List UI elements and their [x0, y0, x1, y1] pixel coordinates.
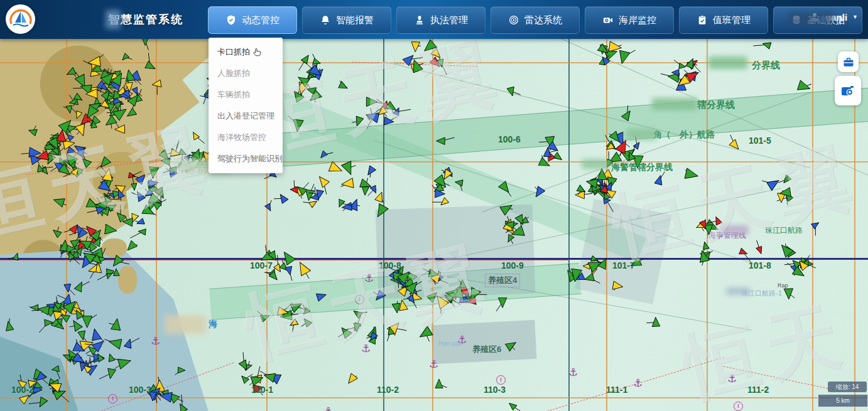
dropdown-item-5[interactable]: 海洋牧场管控	[209, 127, 283, 148]
toolbox-button[interactable]	[838, 51, 859, 72]
law-stamp-icon	[414, 14, 425, 26]
dropdown-item-3[interactable]: 车辆抓拍	[209, 84, 283, 105]
dropdown-item-4[interactable]: 出入港登记管理	[209, 105, 283, 127]
dropdown-item-label: 驾驶行为智能识别	[217, 153, 283, 164]
dropdown-item-6[interactable]: 驾驶行为智能识别	[209, 148, 283, 169]
hand-cursor-icon	[252, 48, 262, 57]
nav-item-zhifa-guanli[interactable]: 执法管理	[396, 6, 486, 34]
camera-icon	[840, 83, 855, 99]
surveillance-camera-icon	[602, 14, 614, 26]
dropdown-item-label: 卡口抓拍	[217, 46, 250, 58]
chevron-down-icon: ▼	[852, 14, 858, 20]
sailboat-logo-icon	[8, 7, 33, 32]
app-logo	[6, 4, 35, 34]
nav-item-dongtai-guankong[interactable]: 动态管控	[208, 6, 297, 34]
nav-item-label: 执法管理	[430, 14, 468, 26]
main-nav: 动态管控智能报警执法管理雷达系统海岸监控值班管理基础数据	[208, 6, 862, 34]
top-nav-bar: 智慧监管系统 动态管控智能报警执法管理雷达系统海岸监控值班管理基础数据 uanl…	[0, 0, 868, 39]
dropdown-item-1[interactable]: 卡口抓拍	[209, 41, 283, 63]
alarm-bell-icon	[320, 14, 331, 26]
nav-item-label: 雷达系统	[524, 14, 562, 26]
nav-item-zhiban-guanli[interactable]: 值班管理	[679, 6, 768, 34]
nav-item-haian-jiankong[interactable]: 海岸监控	[585, 6, 674, 34]
snapshot-button[interactable]	[835, 76, 861, 105]
radar-icon	[508, 14, 519, 26]
dropdown-item-label: 海洋牧场管控	[217, 132, 266, 143]
dropdown-item-label: 人脸抓拍	[217, 68, 250, 79]
dropdown-item-label: 车辆抓拍	[217, 89, 250, 100]
nav-item-leida-xitong[interactable]: 雷达系统	[491, 6, 580, 34]
dropdown-item-label: 出入港登记管理	[217, 110, 274, 122]
nav-item-label: 动态管控	[242, 14, 279, 26]
clipboard-check-icon	[697, 14, 708, 26]
map-scale-bar: 5 km	[818, 395, 868, 407]
zoom-level-badge: 缩放: 14	[828, 382, 867, 392]
dynamic-control-dropdown: 卡口抓拍人脸抓拍车辆抓拍出入港登记管理海洋牧场管控驾驶行为智能识别	[209, 38, 283, 173]
shield-check-icon	[225, 14, 237, 26]
vessel-markers-layer[interactable]	[0, 39, 868, 411]
nav-item-label: 智能报警	[336, 14, 374, 26]
nautical-chart-map[interactable]: ⚓⚓⚓⚓⚓⚓⚓⚓⚓⚓⚓!!!! 分界线辖分界线角（ 外）航路101-5100-6…	[0, 39, 868, 411]
censor-blur	[788, 12, 833, 26]
censor-blur	[106, 10, 121, 29]
nav-item-label: 海岸监控	[619, 14, 656, 26]
nav-item-label: 值班管理	[713, 14, 751, 26]
briefcase-icon	[842, 56, 855, 68]
app-root: { "header": { "title": "智慧监管系统", "nav_it…	[0, 0, 868, 411]
dropdown-item-2[interactable]: 人脸抓拍	[209, 63, 283, 84]
nav-item-zhineng-baojing[interactable]: 智能报警	[302, 6, 391, 34]
